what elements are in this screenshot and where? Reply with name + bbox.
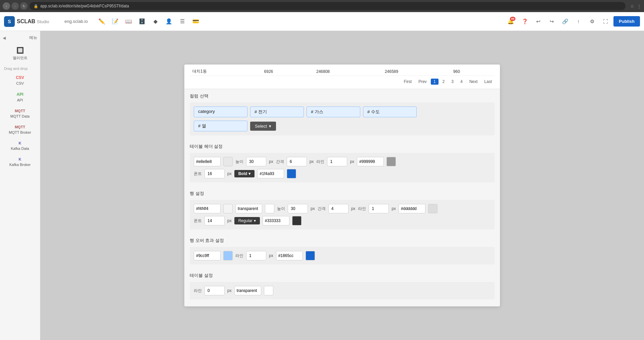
hover-line-input[interactable] bbox=[246, 251, 266, 260]
fullscreen-button[interactable]: ⛶ bbox=[600, 16, 611, 27]
row-settings-box: 높이 px 간격 px 라인 px 폰트 bbox=[190, 200, 495, 229]
sidebar-title: 메뉴 bbox=[29, 35, 37, 41]
header-right: 🔔 99 ❓ ↩ ↪ 🔗 ↑ ⚙ ⛶ Publish bbox=[505, 15, 640, 28]
header-font-size-input[interactable] bbox=[204, 169, 225, 178]
forward-button[interactable]: › bbox=[11, 2, 19, 10]
table-settings-title: 테이블 설정 bbox=[190, 272, 495, 279]
header-font-color-swatch[interactable] bbox=[287, 169, 296, 178]
regular-dropdown-arrow: ▾ bbox=[254, 218, 256, 223]
row-alt-color-swatch[interactable] bbox=[265, 204, 274, 213]
row-bg-color-input[interactable] bbox=[194, 204, 221, 213]
header-bold-button[interactable]: Bold ▾ bbox=[234, 170, 255, 177]
row-height-input[interactable] bbox=[288, 204, 308, 213]
content-area: 대치1동 6926 246808 246589 960 First Prev 1… bbox=[40, 31, 644, 340]
table-bg-color-swatch[interactable] bbox=[264, 286, 273, 295]
header-line-input[interactable] bbox=[327, 157, 347, 166]
hover-bg-color-input[interactable] bbox=[194, 251, 221, 260]
hover-bg-color-swatch[interactable] bbox=[223, 251, 233, 260]
header-height-label: 높이 bbox=[235, 159, 243, 165]
text-tool-button[interactable]: 📝 bbox=[109, 15, 121, 28]
page-2-button[interactable]: 2 bbox=[440, 79, 448, 85]
address-bar: 🔒 app.sclab.io/editor/site/pwG4idxkFCsP9… bbox=[30, 2, 626, 10]
table-row: 대치1동 6926 246808 246589 960 bbox=[190, 67, 495, 76]
star-icon[interactable]: ☆ bbox=[630, 4, 634, 9]
column-tag-gas[interactable]: # 가스 bbox=[307, 107, 360, 117]
hover-line-color-swatch[interactable] bbox=[306, 251, 315, 260]
bold-dropdown-arrow: ▾ bbox=[248, 171, 250, 176]
user-tool-button[interactable]: 👤 bbox=[163, 15, 175, 28]
header-bg-color-input[interactable] bbox=[194, 157, 221, 166]
notification-button[interactable]: 🔔 99 bbox=[505, 15, 517, 28]
header-gap-input[interactable] bbox=[287, 157, 307, 166]
sidebar-item-kafka-broker-label: Kafka Broker bbox=[9, 163, 31, 167]
header-height-input[interactable] bbox=[246, 157, 266, 166]
header-font-unit: px bbox=[227, 171, 232, 176]
sidebar-item-kafka-broker[interactable]: K Kafka Broker bbox=[2, 155, 38, 169]
hover-line-label: 라인 bbox=[235, 253, 243, 259]
row-font-color-swatch[interactable] bbox=[292, 216, 302, 225]
redo-button[interactable]: ↪ bbox=[546, 16, 557, 27]
header-line-color-swatch[interactable] bbox=[386, 157, 396, 166]
column-tag-category[interactable]: category bbox=[194, 107, 247, 117]
publish-button[interactable]: Publish bbox=[613, 16, 640, 27]
table-bg-color-input[interactable] bbox=[234, 286, 261, 295]
book-tool-button[interactable]: 📖 bbox=[123, 15, 135, 28]
element-icon: 🔲 bbox=[16, 47, 24, 54]
column-tag-heat[interactable]: # 열 bbox=[194, 121, 247, 131]
sidebar-item-kafka-data[interactable]: K Kafka Data bbox=[2, 138, 38, 153]
row-font-style-button[interactable]: Regular ▾ bbox=[234, 217, 260, 224]
header-font-color-input[interactable] bbox=[257, 169, 284, 178]
sidebar-item-mqtt-data-label: MQTT Data bbox=[10, 114, 30, 118]
prev-page-button[interactable]: Prev bbox=[416, 79, 429, 85]
column-tag-water[interactable]: # 수도 bbox=[363, 107, 417, 117]
undo-button[interactable]: ↩ bbox=[533, 16, 544, 27]
table-line-input[interactable] bbox=[204, 286, 225, 295]
next-page-button[interactable]: Next bbox=[467, 79, 480, 85]
row-alt-color-input[interactable] bbox=[235, 204, 262, 213]
row-gap-input[interactable] bbox=[328, 204, 349, 213]
refresh-button[interactable]: ↻ bbox=[20, 2, 28, 10]
page-4-button[interactable]: 4 bbox=[458, 79, 465, 85]
card-tool-button[interactable]: 💳 bbox=[190, 15, 202, 28]
sidebar-item-api[interactable]: API API bbox=[2, 89, 38, 105]
sidebar-item-csv[interactable]: CSV CSV bbox=[2, 73, 38, 88]
menu-icon[interactable]: ⋮ bbox=[637, 4, 641, 9]
notification-badge: 99 bbox=[510, 17, 515, 21]
select-dropdown-button[interactable]: Select ▾ bbox=[250, 122, 276, 131]
db-tool-button[interactable]: 🗄️ bbox=[136, 15, 148, 28]
data-table-section: 대치1동 6926 246808 246589 960 First Prev 1… bbox=[184, 65, 500, 89]
sidebar-item-mqtt-data[interactable]: MQTT MQTT Data bbox=[2, 106, 38, 121]
page-1-button[interactable]: 1 bbox=[431, 79, 439, 85]
column-tag-electricity[interactable]: # 전기 bbox=[250, 107, 304, 117]
list-tool-button[interactable]: ☰ bbox=[176, 15, 188, 28]
row-line-color-swatch[interactable] bbox=[428, 204, 438, 213]
hover-line-color-input[interactable] bbox=[276, 251, 303, 260]
settings-panel: 대치1동 6926 246808 246589 960 First Prev 1… bbox=[184, 65, 500, 306]
row-line-input[interactable] bbox=[369, 204, 389, 213]
header-settings-box: 높이 px 간격 px 라인 px 폰트 bbox=[190, 153, 495, 182]
help-button[interactable]: ❓ bbox=[519, 16, 530, 27]
row-line-label: 라인 bbox=[358, 206, 366, 212]
page-3-button[interactable]: 3 bbox=[449, 79, 456, 85]
table-cell: 대치1동 bbox=[190, 67, 262, 76]
edit-tool-button[interactable]: ✏️ bbox=[96, 15, 108, 28]
row-line-color-input[interactable] bbox=[399, 204, 425, 213]
column-tags: category # 전기 # 가스 # 수도 bbox=[194, 107, 491, 117]
sidebar-item-mqtt-broker[interactable]: MQTT MQTT Broker bbox=[2, 122, 38, 137]
shape-tool-button[interactable]: ◆ bbox=[149, 15, 162, 28]
app-header: S SCLAB Studio eng.sclab.io ✏️ 📝 📖 🗄️ ◆ … bbox=[0, 12, 644, 31]
header-bg-color-swatch[interactable] bbox=[223, 157, 233, 166]
settings-button[interactable]: ⚙ bbox=[587, 16, 597, 27]
header-line-color-input[interactable] bbox=[357, 157, 384, 166]
row-font-color-input[interactable] bbox=[263, 216, 289, 225]
first-page-button[interactable]: First bbox=[401, 79, 414, 85]
share-button[interactable]: 🔗 bbox=[560, 16, 570, 27]
row-bg-color-swatch[interactable] bbox=[223, 204, 233, 213]
sidebar-collapse-button[interactable]: ◀ bbox=[3, 36, 6, 40]
sidebar-item-kafka-data-label: Kafka Data bbox=[11, 146, 29, 151]
row-font-size-input[interactable] bbox=[204, 216, 225, 225]
last-page-button[interactable]: Last bbox=[481, 79, 495, 85]
export-button[interactable]: ↑ bbox=[573, 16, 584, 27]
back-button[interactable]: ‹ bbox=[3, 2, 10, 10]
sidebar-item-element[interactable]: 🔲 엘리먼트 bbox=[2, 44, 38, 63]
